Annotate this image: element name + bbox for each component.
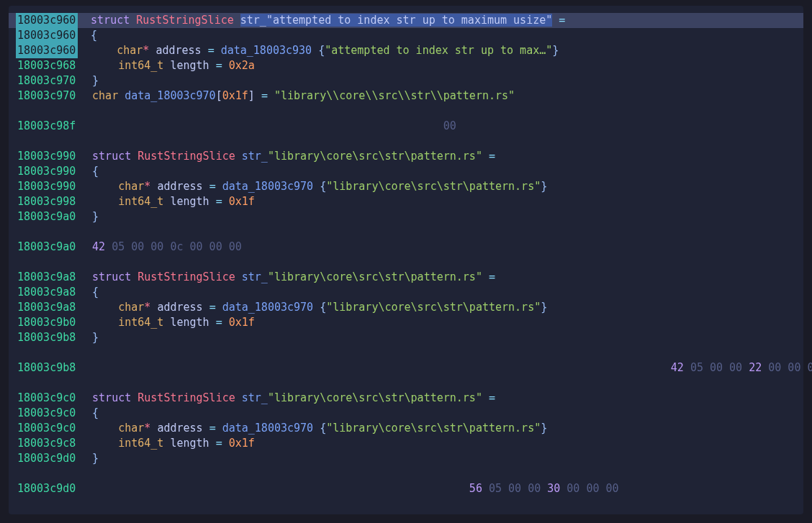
code-line[interactable]: 18003c9c0 char* address = data_18003c970… [9,421,803,436]
address[interactable]: 18003c98f [14,119,79,134]
token: "library\core\src\str\pattern.rs" [326,301,541,314]
code-line[interactable] [9,224,803,240]
code-line[interactable]: 18003c9c8 int64_t length = 0x1f [9,436,803,451]
code-line[interactable]: 18003c998 int64_t length = 0x1f [9,194,803,209]
address[interactable]: 18003c968 [14,58,79,73]
address[interactable]: 18003c998 [14,194,79,209]
token: 0x1f [222,89,248,102]
address[interactable]: 18003c960 [16,28,78,43]
code-line[interactable] [9,255,803,270]
code-line[interactable]: 18003c968 int64_t length = 0x2a [9,58,803,73]
token: 00 00 00 [560,482,618,495]
address[interactable]: 18003c9a0 [14,240,79,255]
code-line[interactable]: 18003c990 char* address = data_18003c970… [9,179,803,194]
token: "library\\core\\src\\str\\pattern.rs" [274,89,515,102]
code-line[interactable]: 18003c9b8 } [9,330,803,345]
code-line[interactable]: 18003c9d0 } [9,451,803,466]
address[interactable]: 18003c990 [14,149,79,164]
address[interactable]: 18003c9a0 [14,209,79,224]
line-content: 42 05 00 00 22 00 00 00 [79,360,812,376]
token: address [155,44,201,57]
code-line[interactable]: 18003c960 { [9,28,803,43]
address[interactable]: 18003c990 [14,179,79,194]
token: length [170,316,209,329]
token: { [91,29,97,42]
token [482,391,489,404]
code-line[interactable]: 18003c9c0 { [9,406,803,421]
token: struct [91,14,130,27]
code-line[interactable] [9,104,803,119]
code-line[interactable]: 18003c9a0 } [9,209,803,224]
token [552,14,559,27]
line-content: struct RustStringSlice str_"library\core… [79,270,798,285]
code-line[interactable]: 18003c970 } [9,73,803,88]
code-line[interactable]: 18003c990 { [9,164,803,179]
line-content: 56 05 00 00 30 00 00 00 [79,481,798,496]
code-line[interactable] [9,134,803,149]
token: data_18003c930 [221,44,312,57]
address[interactable]: 18003c9a8 [14,300,79,315]
token [268,89,274,102]
address[interactable]: 18003c9c0 [14,421,79,436]
token [78,14,91,27]
address[interactable]: 18003c970 [14,73,79,88]
line-content: char* address = data_18003c970 {"library… [79,300,798,315]
token [79,391,92,404]
token [313,301,320,314]
token: = [208,44,215,57]
address[interactable]: 18003c9b0 [14,315,79,330]
token: str_ [242,150,268,163]
code-line[interactable] [9,466,803,481]
token: [ [216,89,222,102]
token [215,44,221,57]
token: struct [92,150,131,163]
code-line[interactable]: 18003c9a8 char* address = data_18003c970… [9,300,803,315]
token [79,361,671,374]
token: } [92,210,99,223]
code-line[interactable]: 18003c970 char data_18003c970[0x1f] = "l… [9,88,803,104]
code-line[interactable]: 18003c9a0 42 05 00 00 0c 00 00 00 [9,240,803,255]
address[interactable]: 18003c9a8 [14,285,79,300]
token: int64_t [118,437,163,450]
token: 05 00 00 0c 00 00 00 [105,240,242,253]
token [222,437,229,450]
token [203,180,209,193]
address[interactable]: 18003c9c0 [14,391,79,406]
code-line[interactable] [9,376,803,391]
token: "library\core\src\str\pattern.rs" [268,150,482,163]
token [222,316,229,329]
address[interactable]: 18003c9c8 [14,436,79,451]
code-line[interactable]: 18003c960 char* address = data_18003c930… [9,43,803,58]
disassembly-view[interactable]: 18003c960 struct RustStringSlice str_"at… [9,6,803,514]
address[interactable]: 18003c9d0 [14,451,79,466]
address[interactable]: 18003c9c0 [14,406,79,421]
token: data_18003c970 [125,89,215,102]
address[interactable]: 18003c970 [14,88,79,104]
address[interactable]: 18003c9d0 [14,481,79,496]
address[interactable]: 18003c9a8 [14,270,79,285]
token: "attempted to index str up to maximum us… [266,14,552,27]
address[interactable]: 18003c960 [16,43,78,58]
line-content: struct RustStringSlice str_"attempted to… [78,13,798,28]
token [79,119,443,132]
code-line[interactable] [9,345,803,360]
address[interactable]: 18003c960 [16,13,78,28]
token: char [92,89,118,102]
code-line[interactable]: 18003c990 struct RustStringSlice str_"li… [9,149,803,164]
code-line[interactable]: 18003c960 struct RustStringSlice str_"at… [9,13,803,28]
address[interactable]: 18003c9b8 [14,360,79,376]
token: } [552,44,559,57]
code-line[interactable]: 18003c9b0 int64_t length = 0x1f [9,315,803,330]
token [79,165,92,178]
token: "library\core\src\str\pattern.rs" [268,270,482,283]
token: { [92,165,99,178]
code-line[interactable]: 18003c98f 00 [9,119,803,134]
code-line[interactable]: 18003c9c0 struct RustStringSlice str_"li… [9,391,803,406]
line-content: int64_t length = 0x1f [79,436,798,451]
code-line[interactable]: 18003c9a8 struct RustStringSlice str_"li… [9,270,803,285]
code-line[interactable]: 18003c9a8 { [9,285,803,300]
address[interactable]: 18003c9b8 [14,330,79,345]
address[interactable]: 18003c990 [14,164,79,179]
code-line[interactable]: 18003c9d0 56 05 00 00 30 00 00 00 [9,481,803,496]
code-line[interactable]: 18003c9b8 42 05 00 00 22 00 00 00 [9,360,803,376]
